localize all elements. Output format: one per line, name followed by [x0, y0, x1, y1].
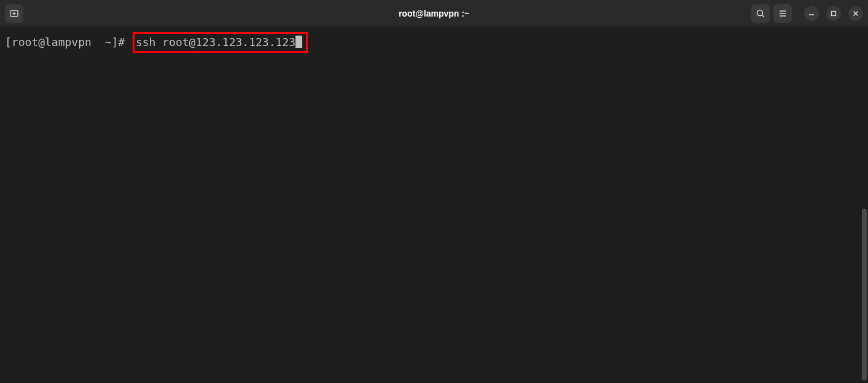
svg-point-1: [757, 10, 763, 15]
command-highlight: ssh root@123.123.123.123: [133, 32, 308, 53]
minimize-icon: [808, 10, 815, 17]
window-title: root@lampvpn :~: [399, 9, 469, 18]
prompt: [root@lampvpn ~]#: [5, 35, 125, 50]
minimize-button[interactable]: [804, 6, 819, 21]
new-tab-button[interactable]: [5, 4, 23, 23]
maximize-icon: [831, 10, 837, 17]
scrollbar[interactable]: [862, 209, 867, 381]
titlebar: root@lampvpn :~: [0, 0, 868, 27]
terminal-body[interactable]: [root@lampvpn ~]# ssh root@123.123.123.1…: [0, 27, 868, 58]
search-button[interactable]: [751, 4, 770, 23]
new-tab-icon: [9, 9, 19, 18]
maximize-button[interactable]: [826, 6, 841, 21]
titlebar-right: [751, 4, 863, 23]
search-icon: [756, 9, 765, 18]
hamburger-icon: [778, 9, 788, 18]
titlebar-left: [5, 4, 23, 23]
close-button[interactable]: [848, 6, 863, 21]
close-icon: [853, 10, 859, 17]
command-text: ssh root@123.123.123.123: [136, 36, 295, 48]
menu-button[interactable]: [773, 4, 792, 23]
svg-rect-2: [832, 11, 836, 15]
cursor: [295, 36, 302, 48]
